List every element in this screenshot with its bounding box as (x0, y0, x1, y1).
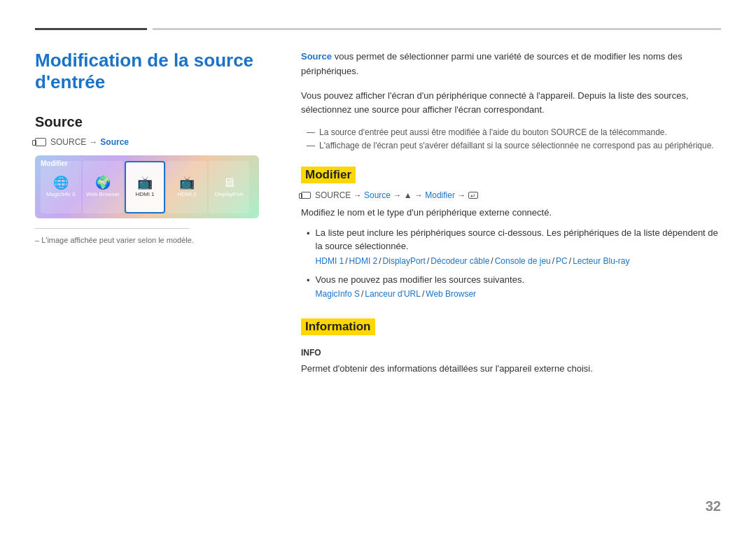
page-title: Modification de la source d'entrée (35, 50, 273, 93)
bullet-1-text: La liste peut inclure les périphériques … (316, 226, 721, 267)
note-2: L'affichage de l'écran peut s'avérer déf… (307, 141, 721, 150)
webbrowser-label: Web Browser (86, 192, 120, 198)
source-icon (35, 138, 46, 146)
hdmi2-label: HDMI 2 (177, 192, 196, 198)
sep5: / (552, 255, 554, 267)
page-container: Modification de la source d'entrée Sourc… (0, 0, 756, 534)
source-item-magicinfo[interactable]: 🌐 MagicInfo S (41, 161, 81, 213)
note-1: La source d'entrée peut aussi être modif… (307, 127, 721, 137)
displayport-icon: 🖥 (223, 176, 235, 189)
source-item-hdmi2[interactable]: 📺 HDMI 2 (167, 161, 207, 213)
modifier-breadcrumb-text: SOURCE → Source → ▲ → Modifier → ↵ (315, 190, 478, 200)
image-note: – L'image affichée peut varier selon le … (35, 236, 273, 244)
bullet-2-text: Vous ne pouvez pas modifier les sources … (316, 273, 524, 301)
magicinfo-label: MagicInfo S (46, 192, 76, 198)
sep3: / (427, 255, 429, 267)
link-pc[interactable]: PC (556, 255, 568, 267)
modifier-enter-icon: ↵ (468, 192, 478, 199)
link-bluray[interactable]: Lecteur Blu-ray (573, 255, 629, 267)
sep8: / (422, 288, 424, 300)
link-displayport[interactable]: DisplayPort (383, 255, 426, 267)
link-magicinfo[interactable]: MagicInfo S (316, 288, 360, 300)
breadcrumb-source-link[interactable]: Source (100, 137, 129, 147)
information-section-header: Information (301, 318, 375, 335)
source-item-displayport[interactable]: 🖥 DisplayPort (209, 161, 249, 213)
right-column: Source vous permet de sélectionner parmi… (301, 50, 721, 382)
source-section-title: Source (35, 114, 273, 130)
sep7: / (361, 288, 363, 300)
sep2: / (379, 255, 381, 267)
webbrowser-icon: 🌍 (95, 176, 111, 189)
modifier-bullet-2: Vous ne pouvez pas modifier les sources … (307, 273, 721, 301)
bullet-2-links: MagicInfo S / Lanceur d'URL / Web Browse… (316, 288, 524, 300)
top-decorative-lines (35, 28, 721, 30)
source-preview-label: Modifier (41, 160, 68, 167)
page-number: 32 (706, 498, 721, 514)
bullet-1-main-text: La liste peut inclure les périphériques … (316, 227, 718, 252)
link-lanceur[interactable]: Lanceur d'URL (365, 288, 421, 300)
intro-text1: vous permet de sélectionner parmi une va… (301, 51, 682, 76)
modifier-link[interactable]: Modifier (425, 190, 455, 200)
modifier-source-icon (301, 192, 311, 199)
sep4: / (491, 255, 493, 267)
displayport-label: DisplayPort (215, 192, 244, 198)
modifier-bullet-1: La liste peut inclure les périphériques … (307, 226, 721, 267)
modifier-source-link[interactable]: Source (364, 190, 391, 200)
link-webbrowser[interactable]: Web Browser (426, 288, 476, 300)
intro-paragraph-2: Vous pouvez afficher l'écran d'un périph… (301, 89, 721, 118)
modifier-breadcrumb: SOURCE → Source → ▲ → Modifier → ↵ (301, 190, 721, 200)
intro-source-word: Source (301, 51, 332, 62)
breadcrumb-arrow: → (89, 137, 97, 147)
hdmi1-label: HDMI 1 (135, 192, 154, 198)
source-preview: Modifier 🌐 MagicInfo S 🌍 Web Browser 📺 H… (35, 155, 259, 218)
top-line-dark (35, 28, 147, 30)
content-columns: Modification de la source d'entrée Sourc… (35, 50, 721, 382)
source-breadcrumb: SOURCE → Source (35, 137, 273, 147)
breadcrumb-source-label: SOURCE (50, 137, 86, 147)
magicinfo-icon: 🌐 (53, 176, 69, 189)
modifier-desc: Modifiez le nom et le type d'un périphér… (301, 206, 721, 220)
link-console[interactable]: Console de jeu (495, 255, 551, 267)
bullet-2-main-text: Vous ne pouvez pas modifier les sources … (316, 274, 524, 285)
intro-paragraph-1: Source vous permet de sélectionner parmi… (301, 50, 721, 79)
source-item-hdmi1[interactable]: 📺 HDMI 1 (125, 161, 165, 213)
hdmi2-icon: 📺 (179, 176, 195, 189)
source-items-row: 🌐 MagicInfo S 🌍 Web Browser 📺 HDMI 1 📺 H… (35, 155, 259, 218)
modifier-section-header: Modifier (301, 167, 356, 183)
sep6: / (569, 255, 571, 267)
link-hdmi2[interactable]: HDMI 2 (349, 255, 378, 267)
sep1: / (345, 255, 347, 267)
top-line-light (153, 28, 721, 30)
info-label: INFO (301, 348, 721, 358)
link-decodeur[interactable]: Décodeur câble (430, 255, 489, 267)
source-item-webbrowser[interactable]: 🌍 Web Browser (83, 161, 123, 213)
info-desc: Permet d'obtenir des informations détail… (301, 362, 721, 377)
bullet-1-links: HDMI 1 / HDMI 2 / DisplayPort / Décodeur… (316, 255, 721, 267)
link-hdmi1[interactable]: HDMI 1 (316, 255, 344, 267)
left-column: Modification de la source d'entrée Sourc… (35, 50, 273, 382)
divider-line (35, 228, 189, 229)
hdmi1-icon: 📺 (137, 176, 153, 189)
